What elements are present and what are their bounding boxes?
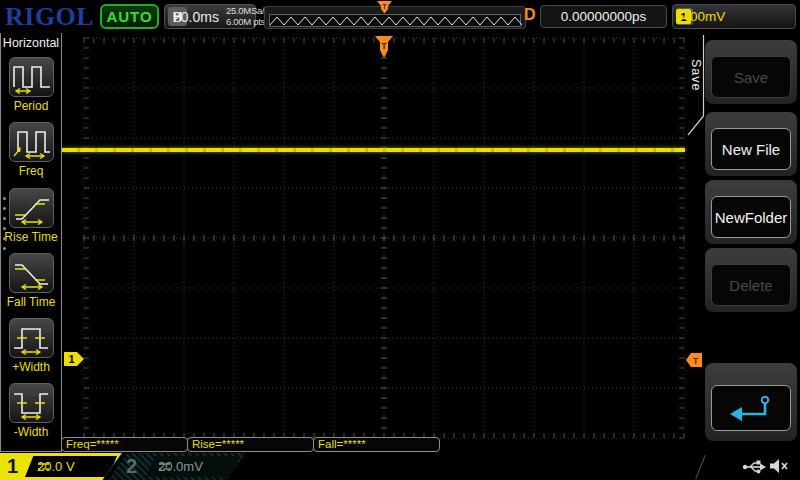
menu-item-label: Fall Time — [1, 295, 61, 309]
period-icon — [12, 60, 52, 94]
rigol-logo: RIGOL — [5, 2, 94, 32]
softkey-new-file[interactable]: New File — [705, 112, 797, 176]
return-arrow-icon — [722, 393, 780, 423]
delay-label: D — [524, 6, 536, 24]
menu-item-label: Rise Time — [1, 230, 61, 244]
menu-item-label: Freq — [1, 164, 61, 178]
measure-slot-fall: Fall=***** — [313, 437, 440, 452]
menu-page-dot — [3, 227, 6, 230]
waveform-preview-bar[interactable]: T — [264, 6, 526, 29]
menu-page-dot — [3, 247, 6, 250]
softkey-delete[interactable]: Delete — [705, 248, 797, 312]
menu-item-minus-width[interactable] — [9, 383, 54, 423]
measure-slot-freq: Freq=***** — [61, 437, 188, 452]
channel1-scale: 20.0 V — [37, 459, 75, 474]
channel1-scale-box: 20.0 V — [25, 456, 117, 477]
trigger-level-value: -400mV — [678, 9, 725, 24]
channel2-number: 2 — [126, 455, 137, 478]
softkey-back[interactable] — [705, 363, 797, 441]
channel1-trace — [62, 148, 685, 152]
left-menu-panel: Horizontal Period Freq Rise Time — [0, 33, 62, 452]
svg-text:1: 1 — [68, 353, 74, 365]
softkey-save[interactable]: Save — [705, 40, 797, 104]
preview-window — [269, 14, 521, 27]
softkey-back-inner — [711, 385, 791, 431]
preview-waveform — [270, 15, 522, 27]
acquisition-info: 25.0MSa/s 6.00M pts — [226, 5, 266, 27]
channel2-scale: 20.0mV — [158, 459, 203, 474]
menu-page-dot — [3, 237, 6, 240]
menu-page-dot — [3, 197, 6, 200]
svg-text:T: T — [381, 41, 387, 51]
right-menu-panel: Save Save New File NewFolder Delete — [686, 33, 800, 480]
channel1-tab[interactable]: 1 20.0 V — [0, 453, 122, 480]
freq-icon — [12, 125, 52, 159]
graticule-grid — [62, 33, 686, 452]
menu-item-freq[interactable] — [9, 122, 54, 162]
plus-width-icon — [12, 321, 52, 355]
menu-item-fall-time[interactable] — [9, 253, 54, 293]
menu-tab-save: Save — [689, 59, 703, 92]
graticule-area — [62, 33, 686, 452]
channel2-scale-box: 20.0mV — [146, 456, 240, 477]
run-status-badge[interactable]: AUTO — [100, 4, 159, 29]
speaker-muted-icon — [769, 458, 788, 474]
softkey-label: Save — [711, 56, 791, 98]
svg-text:T: T — [693, 356, 699, 366]
menu-item-rise-time[interactable] — [9, 188, 54, 228]
menu-item-plus-width[interactable] — [9, 318, 54, 358]
channel2-tab[interactable]: 2 20.0mV — [108, 453, 246, 480]
menu-item-label: -Width — [1, 425, 61, 439]
memory-depth: 6.00M pts — [226, 16, 265, 27]
menu-item-period[interactable] — [9, 57, 54, 97]
minus-width-icon — [12, 386, 52, 420]
menu-item-label: +Width — [1, 360, 61, 374]
rise-time-icon — [12, 191, 52, 225]
usb-icon — [742, 460, 766, 474]
channel1-number: 1 — [7, 455, 18, 478]
svg-text:T: T — [382, 3, 387, 10]
menu-title: Horizontal — [1, 36, 61, 50]
trigger-status-box[interactable]: T 1 -400mV — [672, 4, 796, 29]
timebase-value: 20.0ms — [173, 9, 219, 25]
menu-page-dot — [3, 217, 6, 220]
preview-trigger-position-icon[interactable]: T — [377, 1, 392, 14]
softkey-label: NewFolder — [711, 196, 791, 238]
delay-value-box: 0.00000000ps — [540, 5, 667, 28]
softkey-label: New File — [711, 128, 791, 170]
fall-time-icon — [12, 256, 52, 290]
menu-item-label: Period — [1, 99, 61, 113]
softkey-new-folder[interactable]: NewFolder — [705, 180, 797, 244]
oscilloscope-screen: RIGOL AUTO H 20.0ms 25.0MSa/s 6.00M pts … — [0, 0, 800, 480]
sample-rate: 25.0MSa/s — [226, 5, 269, 16]
softkey-label: Delete — [711, 264, 791, 306]
menu-page-dot — [3, 207, 6, 210]
measure-slot-rise: Rise=***** — [187, 437, 314, 452]
